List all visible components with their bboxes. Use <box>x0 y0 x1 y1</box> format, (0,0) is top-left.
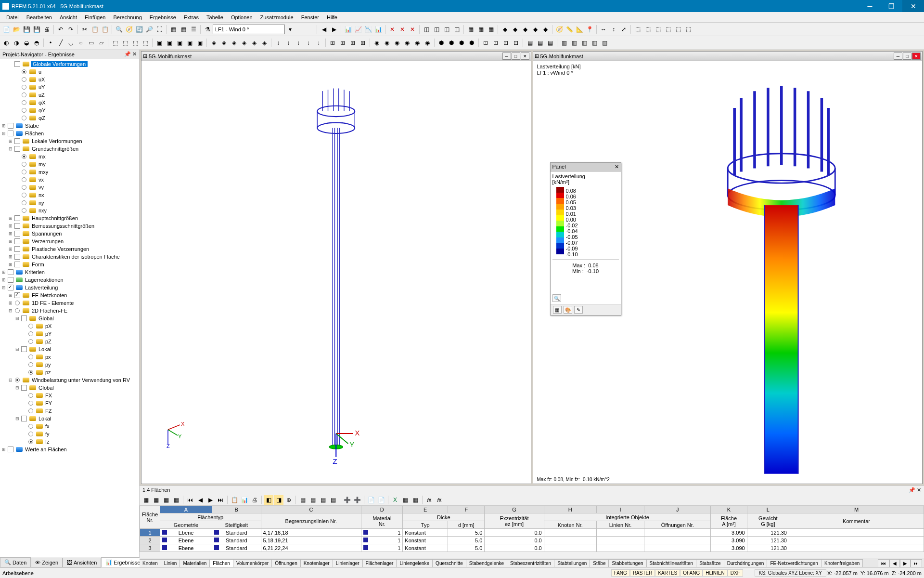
tree-px[interactable]: pX <box>1 322 138 330</box>
tb-angle-icon[interactable]: 📐 <box>575 25 584 34</box>
tb-tool-d-icon[interactable]: ◆ <box>530 25 540 34</box>
tb2-g3-icon[interactable]: ◉ <box>392 38 402 48</box>
tb-zoom-icon[interactable]: 🔎 <box>144 25 154 34</box>
tb-results-icon[interactable]: 📈 <box>353 25 363 34</box>
tb2-j3-icon[interactable]: ⊡ <box>501 38 511 48</box>
tabletab-0[interactable]: Knoten <box>140 559 161 567</box>
vp1-close-button[interactable]: ✕ <box>521 53 529 60</box>
tt-s-icon[interactable]: ▦ <box>400 495 410 505</box>
menu-ansicht[interactable]: Ansicht <box>56 13 81 22</box>
status-flag-ofang[interactable]: OFANG <box>680 569 703 577</box>
tb-copy-icon[interactable]: 📋 <box>90 25 100 34</box>
tb-x1-icon[interactable]: ✕ <box>387 25 397 34</box>
tabletab-12[interactable]: Stabexzentrizitäten <box>507 559 554 567</box>
tree-plz[interactable]: pz <box>1 368 138 376</box>
tb2-m1-icon[interactable]: ▣ <box>154 38 164 48</box>
vp1-max-button[interactable]: □ <box>512 53 520 60</box>
tb-tool-b-icon[interactable]: ◆ <box>510 25 520 34</box>
tb2-n3-icon[interactable]: ▥ <box>579 38 589 48</box>
tb2-j4-icon[interactable]: ⊡ <box>511 38 521 48</box>
tb2-h2-icon[interactable]: ⬢ <box>447 38 456 48</box>
tree-fyl[interactable]: fy <box>1 430 138 438</box>
tb2-sel2-icon[interactable]: ⬚ <box>120 38 130 48</box>
tb-dim3-icon[interactable]: ⤢ <box>619 25 629 34</box>
navigator-tree[interactable]: Globale VerformungenuuXuYuZφXφYφZ⊞Stäbe⊟… <box>0 59 139 557</box>
menu-datei[interactable]: Datei <box>2 13 23 22</box>
tb2-n1-icon[interactable]: ▥ <box>559 38 569 48</box>
tb-ex3-icon[interactable]: ⬚ <box>653 25 663 34</box>
tt-k-icon[interactable]: ▤ <box>298 495 308 505</box>
tb-fit-icon[interactable]: ⛶ <box>154 25 164 34</box>
tb-paste-icon[interactable]: 📋 <box>100 25 110 34</box>
tt-first-icon[interactable]: ⏮ <box>185 495 195 505</box>
tabletab-5[interactable]: Öffnungen <box>271 559 301 567</box>
tb2-a-icon[interactable]: ◐ <box>1 38 11 48</box>
tree-phiz[interactable]: φZ <box>1 114 138 122</box>
tb-grid2-icon[interactable]: ▦ <box>179 25 188 34</box>
menu-hilfe[interactable]: Hilfe <box>323 13 341 22</box>
tabletab-13[interactable]: Stabteilungen <box>554 559 590 567</box>
tree-werte_flaechen[interactable]: ⊞Werte an Flächen <box>1 446 138 453</box>
tb2-sel3-icon[interactable]: ⬚ <box>130 38 140 48</box>
menu-optionen[interactable]: Optionen <box>227 13 257 22</box>
tb-mesh2-icon[interactable]: ▦ <box>476 25 486 34</box>
tt-excel-icon[interactable]: X <box>390 495 400 505</box>
tb2-p1-icon[interactable]: ⊞ <box>328 38 337 48</box>
tb-prev-icon[interactable]: ◀ <box>319 25 329 34</box>
tree-lagerreaktionen[interactable]: ⊞Lagerreaktionen <box>1 276 138 284</box>
navtab-zeigen[interactable]: 👁Zeigen <box>31 558 63 567</box>
tree-lastverteilung[interactable]: ⊟Lastverteilung <box>1 284 138 291</box>
tb2-arc-icon[interactable]: ◡ <box>66 38 76 48</box>
tb-cut-icon[interactable]: ✂ <box>80 25 90 34</box>
tt-next-icon[interactable]: ▶ <box>205 495 215 505</box>
vp2-close-button[interactable]: ✕ <box>912 53 921 60</box>
tree-fe_2d[interactable]: ⊟2D Flächen-FE <box>1 307 138 315</box>
tb2-h3-icon[interactable]: ⬢ <box>457 38 466 48</box>
tb2-l3-icon[interactable]: ↓ <box>294 38 303 48</box>
tabletab-1[interactable]: Linien <box>161 559 180 567</box>
tb-print-icon[interactable]: 🖨 <box>42 25 51 34</box>
tree-nx[interactable]: nx <box>1 191 138 199</box>
tree-fzl[interactable]: fz <box>1 438 138 446</box>
tb2-n2-icon[interactable]: ▥ <box>569 38 579 48</box>
close-button[interactable]: ✕ <box>902 0 924 12</box>
tt-fx2-icon[interactable]: fx <box>435 495 444 505</box>
tree-bemessungsschnitt[interactable]: ⊞Bemessungsschnittgrößen <box>1 222 138 230</box>
tb-ruler-icon[interactable]: 📏 <box>565 25 574 34</box>
status-flag-fang[interactable]: FANG <box>611 569 630 577</box>
tt-j-icon[interactable]: ⊕ <box>284 495 294 505</box>
tb-tool-a-icon[interactable]: ◆ <box>500 25 510 34</box>
tt-fx-icon[interactable]: fx <box>424 495 434 505</box>
status-flag-kartes[interactable]: KARTES <box>655 569 680 577</box>
tabletab-18[interactable]: Durchdringungen <box>724 559 768 567</box>
tb-loadcase-icon[interactable]: ⚗ <box>203 25 212 34</box>
tree-u[interactable]: u <box>1 68 138 76</box>
tb2-s1-icon[interactable]: ◈ <box>209 38 218 48</box>
tt-b-icon[interactable]: ▦ <box>151 495 161 505</box>
tree-fy[interactable]: FY <box>1 399 138 407</box>
tb-dropdown-icon[interactable]: ▾ <box>285 25 295 34</box>
legend-close-icon[interactable]: ✕ <box>615 164 619 170</box>
tb2-k2-icon[interactable]: ▤ <box>535 38 545 48</box>
tabletab-17[interactable]: Stabsätze <box>696 559 724 567</box>
tb-redo-icon[interactable]: ↷ <box>66 25 76 34</box>
tb-ex6-icon[interactable]: ⬚ <box>683 25 693 34</box>
tb-ex1-icon[interactable]: ⬚ <box>633 25 642 34</box>
ttab-next[interactable]: ▶ <box>900 559 911 567</box>
tree-charakteristiken[interactable]: ⊞Charakteristiken der isotropen Fläche <box>1 253 138 261</box>
tree-vy[interactable]: vy <box>1 184 138 191</box>
tt-h-icon[interactable]: ◧ <box>264 495 273 505</box>
tt-prev-icon[interactable]: ◀ <box>195 495 205 505</box>
tb-saveall-icon[interactable]: 💾 <box>32 25 41 34</box>
tb-view1-icon[interactable]: ◫ <box>422 25 431 34</box>
tree-fe_1d[interactable]: ⊞1D FE - Elemente <box>1 299 138 307</box>
tb2-n4-icon[interactable]: ▥ <box>590 38 599 48</box>
menu-tabelle[interactable]: Tabelle <box>203 13 227 22</box>
tree-mx[interactable]: mx <box>1 153 138 160</box>
tree-lokale_verformungen[interactable]: ⊞Lokale Verformungen <box>1 137 138 145</box>
tabletab-14[interactable]: Stäbe <box>590 559 609 567</box>
tree-pz[interactable]: pZ <box>1 338 138 345</box>
tt-q-icon[interactable]: 📄 <box>366 495 376 505</box>
ttab-last[interactable]: ⏭ <box>911 559 922 567</box>
tb-tool-c-icon[interactable]: ◆ <box>520 25 530 34</box>
